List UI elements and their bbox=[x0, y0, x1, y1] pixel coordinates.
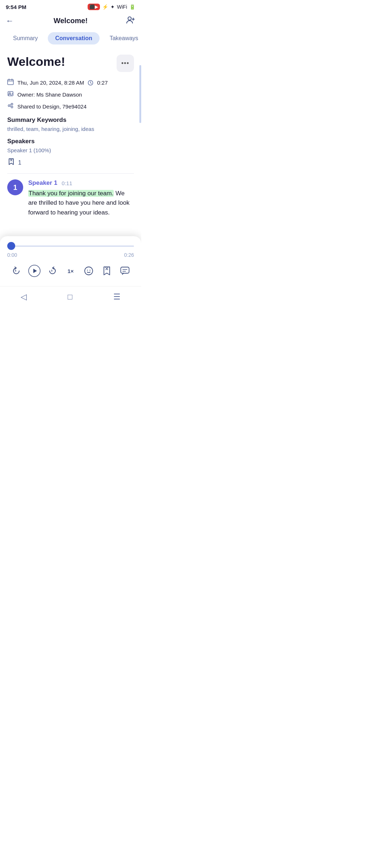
forward-button[interactable]: 5 bbox=[45, 263, 60, 279]
svg-text:5: 5 bbox=[51, 269, 52, 272]
audio-progress-bar[interactable] bbox=[7, 242, 134, 250]
audio-total-time: 0:26 bbox=[124, 252, 134, 258]
bookmark-count: 1 bbox=[18, 159, 21, 166]
battery-icon: 🔋 bbox=[129, 4, 135, 10]
conv-meta: Speaker 1 0:11 bbox=[28, 179, 134, 187]
bookmark-player-button[interactable] bbox=[99, 263, 115, 279]
main-content: Welcome! ••• Thu, Jun 20, 2024, 8:28 AM … bbox=[0, 49, 141, 229]
svg-point-13 bbox=[89, 270, 90, 271]
bottom-nav: ◁ □ ☰ bbox=[0, 286, 141, 310]
svg-point-5 bbox=[8, 105, 10, 107]
nav-back-button[interactable]: ◁ bbox=[13, 291, 34, 303]
svg-point-12 bbox=[87, 270, 88, 271]
share-icon bbox=[7, 102, 14, 111]
back-button[interactable]: ← bbox=[6, 16, 19, 26]
keywords-label: Summary Keywords bbox=[7, 116, 134, 124]
rewind-button[interactable]: 5 bbox=[8, 263, 24, 279]
add-person-button[interactable] bbox=[122, 15, 135, 26]
meeting-date: Thu, Jun 20, 2024, 8:28 AM bbox=[17, 80, 84, 86]
nav-menu-button[interactable]: ☰ bbox=[106, 291, 128, 303]
header: ← Welcome! bbox=[0, 12, 141, 31]
tab-summary[interactable]: Summary bbox=[6, 32, 45, 44]
meeting-duration: 0:27 bbox=[97, 80, 108, 86]
speakers-label: Speakers bbox=[7, 138, 134, 145]
nav-home-button[interactable]: □ bbox=[60, 291, 80, 303]
svg-rect-14 bbox=[121, 267, 129, 273]
audio-times: 0:00 0:26 bbox=[7, 252, 134, 258]
conv-timestamp: 0:11 bbox=[62, 180, 72, 186]
bookmark-row: 1 bbox=[7, 158, 134, 167]
tab-conversation[interactable]: Conversation bbox=[48, 32, 99, 44]
conv-speaker-name: Speaker 1 bbox=[28, 179, 57, 187]
conv-content: Speaker 1 0:11 Thank you for joining our… bbox=[28, 179, 134, 217]
keywords-value: thrilled, team, hearing, joining, ideas bbox=[7, 126, 134, 132]
calendar-icon bbox=[7, 78, 14, 87]
emoji-button[interactable] bbox=[81, 263, 97, 279]
meeting-shared: Shared to Design, 79e94024 bbox=[17, 103, 87, 110]
meeting-header: Welcome! ••• bbox=[7, 55, 134, 72]
scrollbar[interactable] bbox=[139, 65, 141, 123]
status-bar: 9:54 PM ⬛▶ ⚡ ✦ WiFi 🔋 bbox=[0, 0, 141, 12]
chat-button[interactable] bbox=[117, 263, 133, 279]
meta-date-row: Thu, Jun 20, 2024, 8:28 AM 0:27 bbox=[7, 78, 134, 87]
speaker-avatar: 1 bbox=[7, 179, 23, 195]
svg-point-4 bbox=[9, 93, 10, 94]
svg-text:5: 5 bbox=[15, 269, 16, 272]
signal-icon: ✦ bbox=[110, 4, 115, 10]
audio-track[interactable] bbox=[15, 246, 134, 247]
conv-highlighted-text: Thank you for joining our team. bbox=[28, 190, 114, 197]
svg-point-11 bbox=[85, 267, 93, 275]
meeting-owner: Owner: Ms Shane Dawson bbox=[17, 92, 82, 98]
audio-player: 0:00 0:26 5 5 1× bbox=[0, 236, 141, 286]
more-options-button[interactable]: ••• bbox=[117, 55, 134, 72]
svg-point-0 bbox=[128, 17, 131, 20]
wifi-icon: WiFi bbox=[117, 4, 127, 10]
tab-takeaways[interactable]: Takeaways bbox=[102, 32, 141, 44]
bookmark-icon bbox=[7, 158, 15, 167]
conversation-block: 1 Speaker 1 0:11 Thank you for joining o… bbox=[7, 179, 134, 217]
conv-text: Thank you for joining our team. We are t… bbox=[28, 189, 134, 217]
owner-icon bbox=[7, 90, 14, 99]
bluetooth-icon: ⚡ bbox=[102, 4, 108, 10]
status-time: 9:54 PM bbox=[6, 4, 26, 10]
audio-progress-dot[interactable] bbox=[7, 242, 15, 250]
speed-label: 1× bbox=[67, 268, 73, 274]
meta-owner-row: Owner: Ms Shane Dawson bbox=[7, 90, 134, 99]
page-title: Welcome! bbox=[19, 17, 122, 25]
clock-icon bbox=[88, 79, 93, 86]
meta-shared-row: Shared to Design, 79e94024 bbox=[7, 102, 134, 111]
speed-button[interactable]: 1× bbox=[63, 263, 79, 279]
svg-point-7 bbox=[11, 106, 13, 108]
audio-controls: 5 5 1× bbox=[7, 263, 134, 279]
audio-current-time: 0:00 bbox=[7, 252, 17, 258]
svg-point-6 bbox=[11, 103, 13, 105]
tabs-bar: Summary Conversation Takeaways bbox=[0, 31, 141, 49]
svg-rect-1 bbox=[8, 80, 13, 85]
meeting-title: Welcome! bbox=[7, 55, 65, 69]
play-button[interactable] bbox=[26, 263, 42, 279]
section-divider bbox=[7, 173, 134, 174]
status-icons: ⬛▶ ⚡ ✦ WiFi 🔋 bbox=[88, 4, 135, 10]
speakers-value: Speaker 1 (100%) bbox=[7, 147, 134, 153]
camera-recording-icon: ⬛▶ bbox=[88, 4, 100, 10]
